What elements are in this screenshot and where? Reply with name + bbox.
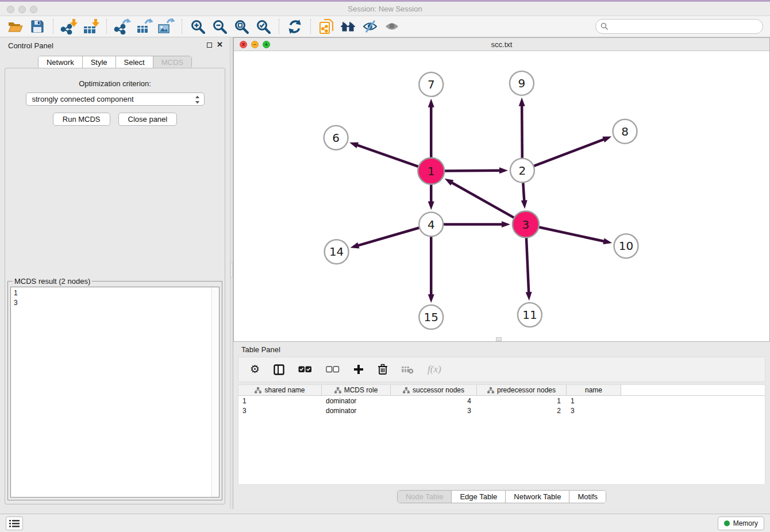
tab-network-table[interactable]: Network Table xyxy=(506,491,569,503)
close-panel-icon[interactable]: ✕ xyxy=(217,41,223,49)
zoom-fit-icon[interactable] xyxy=(230,17,252,36)
node-15[interactable]: 15 xyxy=(419,305,443,329)
criterion-dropdown[interactable]: strongly connected component xyxy=(26,92,205,106)
tab-motifs[interactable]: Motifs xyxy=(569,491,606,503)
edge-2-3[interactable] xyxy=(521,183,528,209)
task-history-button[interactable] xyxy=(6,516,23,530)
node-6[interactable]: 6 xyxy=(324,126,348,150)
table-row[interactable]: 1dominator411 xyxy=(238,396,765,406)
delete-column-icon[interactable] xyxy=(378,364,388,375)
zoom-selected-icon[interactable] xyxy=(252,17,274,36)
cell-shared-name[interactable]: 1 xyxy=(238,396,322,406)
export-image-icon[interactable] xyxy=(155,17,177,36)
edge-1-4[interactable] xyxy=(428,184,434,210)
cell-MCDS-role[interactable]: dominator xyxy=(322,396,391,406)
node-4[interactable]: 4 xyxy=(419,212,443,236)
delete-table-icon[interactable] xyxy=(402,365,414,374)
zoom-out-icon[interactable] xyxy=(209,17,230,36)
save-session-icon[interactable] xyxy=(26,17,48,36)
table-rows: 1dominator4113dominator323 xyxy=(238,396,765,415)
refresh-layout-icon[interactable] xyxy=(284,17,306,36)
open-session-icon[interactable] xyxy=(5,17,26,36)
hide-selected-icon[interactable] xyxy=(359,17,381,36)
node-11[interactable]: 11 xyxy=(518,303,542,327)
search-input[interactable] xyxy=(611,22,763,31)
deselect-all-icon[interactable] xyxy=(326,366,340,373)
show-all-networks-icon[interactable] xyxy=(337,17,359,36)
svg-text:1: 1 xyxy=(428,164,435,178)
edge-2-8[interactable] xyxy=(534,137,612,167)
tab-mcds[interactable]: MCDS xyxy=(153,56,191,68)
window-resize-grip[interactable] xyxy=(496,337,502,341)
cell-successor-nodes[interactable]: 4 xyxy=(391,396,477,406)
memory-label: Memory xyxy=(733,519,758,527)
column-header-predecessor-nodes[interactable]: predecessor nodes xyxy=(477,385,567,395)
memory-button[interactable]: Memory xyxy=(718,516,764,530)
column-header-shared-name[interactable]: shared name xyxy=(238,385,322,395)
toggle-panel-icon[interactable] xyxy=(274,364,284,375)
node-10[interactable]: 10 xyxy=(614,234,638,258)
result-scrollbar[interactable] xyxy=(211,287,219,497)
network-window-titlebar[interactable]: × − + scc.txt xyxy=(234,38,769,51)
edge-1-7[interactable] xyxy=(428,99,434,158)
edge-1-2[interactable] xyxy=(444,167,508,174)
node-2[interactable]: 2 xyxy=(510,159,534,183)
edge-4-3[interactable] xyxy=(443,221,510,228)
optimization-criterion-label: Optimization criterion: xyxy=(5,79,225,88)
node-3[interactable]: 3 xyxy=(513,211,539,237)
column-header-successor-nodes[interactable]: successor nodes xyxy=(391,385,477,395)
select-all-icon[interactable] xyxy=(298,366,312,373)
cell-name[interactable]: 1 xyxy=(567,396,621,406)
control-panel-title: Control Panel xyxy=(8,41,53,50)
node-7[interactable]: 7 xyxy=(419,72,443,97)
tab-network[interactable]: Network xyxy=(38,56,83,68)
cell-shared-name[interactable]: 3 xyxy=(238,406,322,415)
toolbar-separator xyxy=(106,19,107,34)
node-8[interactable]: 8 xyxy=(613,119,637,144)
run-mcds-button[interactable]: Run MCDS xyxy=(53,113,110,126)
network-graph[interactable]: 1234678910111415 xyxy=(234,51,769,341)
column-type-icon xyxy=(334,387,341,394)
node-14[interactable]: 14 xyxy=(325,240,349,264)
tab-style[interactable]: Style xyxy=(83,56,116,68)
column-type-icon xyxy=(403,387,410,394)
cell-successor-nodes[interactable]: 3 xyxy=(391,406,477,415)
column-header-name[interactable]: name xyxy=(567,385,621,395)
tab-node-table[interactable]: Node Table xyxy=(398,491,452,503)
cell-name[interactable]: 3 xyxy=(567,406,621,415)
import-network-icon[interactable] xyxy=(58,17,80,36)
column-header-MCDS-role[interactable]: MCDS role xyxy=(322,385,391,395)
float-panel-icon[interactable] xyxy=(207,43,212,48)
mcds-result-box[interactable]: 1 3 xyxy=(10,287,220,498)
edge-3-10[interactable] xyxy=(538,227,612,244)
splitter-grip[interactable] xyxy=(230,263,233,277)
clone-network-icon[interactable] xyxy=(315,17,337,36)
tab-select[interactable]: Select xyxy=(116,56,153,68)
tab-edge-table[interactable]: Edge Table xyxy=(452,491,506,503)
table-row[interactable]: 3dominator323 xyxy=(238,406,765,415)
function-builder-icon[interactable]: f(x) xyxy=(428,364,441,375)
network-canvas[interactable]: 1234678910111415 xyxy=(234,51,769,341)
edge-4-15[interactable] xyxy=(428,236,434,303)
show-hidden-icon[interactable] xyxy=(381,17,403,36)
main-toolbar xyxy=(0,16,770,37)
add-column-icon[interactable] xyxy=(353,364,364,375)
edge-2-9[interactable] xyxy=(519,98,525,159)
edge-1-6[interactable] xyxy=(349,142,418,167)
export-table-icon[interactable] xyxy=(133,17,155,36)
edge-3-11[interactable] xyxy=(526,237,532,300)
cell-MCDS-role[interactable]: dominator xyxy=(322,406,391,415)
table-panel-title: Table Panel xyxy=(241,345,280,354)
export-network-icon[interactable] xyxy=(111,17,133,36)
close-panel-button[interactable]: Close panel xyxy=(118,113,178,126)
cell-predecessor-nodes[interactable]: 2 xyxy=(477,406,567,415)
column-settings-icon[interactable]: ⚙ xyxy=(250,364,260,375)
search-field[interactable] xyxy=(595,19,763,34)
node-1[interactable]: 1 xyxy=(418,158,444,184)
cell-predecessor-nodes[interactable]: 1 xyxy=(477,396,567,406)
import-table-icon[interactable] xyxy=(80,17,102,36)
edge-4-14[interactable] xyxy=(351,228,420,248)
zoom-in-icon[interactable] xyxy=(187,17,209,36)
edge-3-1[interactable] xyxy=(445,179,514,218)
node-9[interactable]: 9 xyxy=(510,71,534,95)
